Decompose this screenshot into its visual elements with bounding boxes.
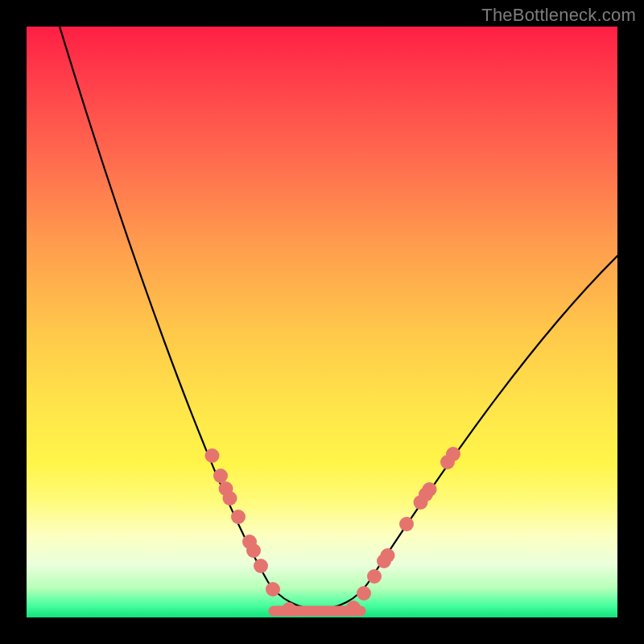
data-dot — [357, 586, 371, 601]
chart-svg — [27, 27, 617, 617]
watermark-text: TheBottleneck.com — [481, 5, 636, 26]
data-dot — [446, 447, 460, 461]
data-dot — [367, 569, 382, 584]
data-dot — [205, 448, 220, 463]
data-dot — [223, 491, 237, 506]
data-dot — [254, 559, 268, 573]
data-dot — [266, 582, 280, 597]
data-dot — [399, 517, 414, 531]
data-dot — [213, 469, 228, 483]
bottleneck-curve — [57, 27, 617, 609]
data-dot — [346, 601, 361, 615]
chart-plot-area — [27, 27, 617, 617]
data-dot — [423, 482, 437, 497]
dots-left-group — [205, 448, 297, 617]
data-dot — [282, 602, 296, 617]
chart-frame: TheBottleneck.com — [0, 0, 644, 644]
data-dot — [381, 548, 395, 563]
data-dot — [246, 543, 261, 558]
data-dot — [231, 510, 246, 524]
